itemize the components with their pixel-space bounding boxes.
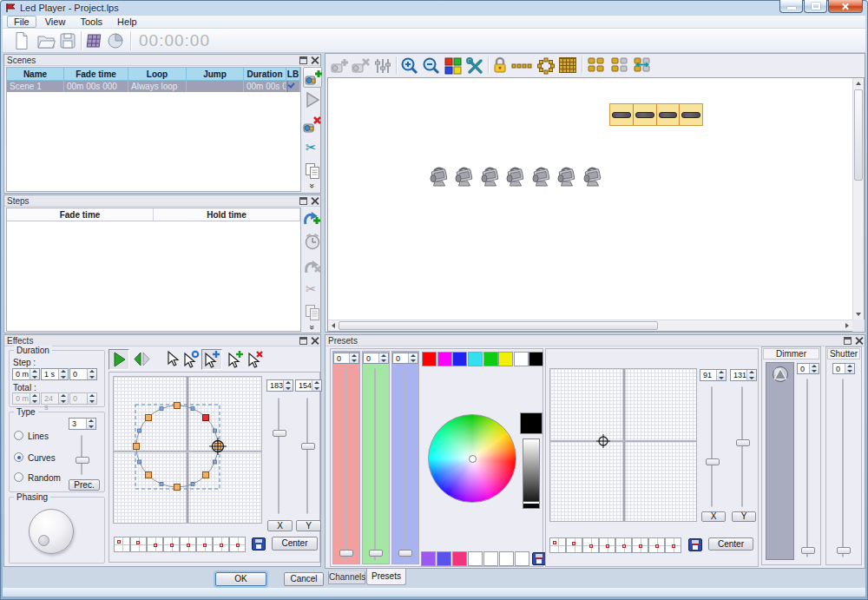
slider-thumb[interactable] [369,550,383,557]
radio-random[interactable] [14,472,23,482]
position-preset-button[interactable] [196,537,213,552]
position-preset-button[interactable] [130,537,147,552]
cut-scene-button[interactable]: ✂ [306,141,317,154]
moving-head-fixture[interactable] [555,164,578,188]
led-bar-fixture[interactable] [634,104,657,125]
copy-step-button[interactable] [305,304,320,325]
slider-thumb[interactable] [339,550,353,557]
precision-slider[interactable] [74,432,91,478]
red-slider[interactable] [337,366,356,564]
spinner-arrows-icon[interactable] [378,353,388,363]
position-preset-button[interactable] [147,537,163,552]
scroll-up-icon[interactable] [856,82,861,85]
pan-slider[interactable] [702,384,723,510]
pan-tilt-center-button[interactable]: Center [708,537,753,551]
select-tool-button[interactable] [163,350,181,373]
spinner-arrows-icon[interactable] [845,364,854,373]
lock-button[interactable] [492,56,508,78]
effect-x-button[interactable]: X [267,520,293,531]
save-color-icon[interactable] [532,552,546,565]
position-preset-button[interactable] [632,537,648,553]
brightness-bar[interactable] [523,438,540,509]
canvas-hscrollbar[interactable] [328,320,852,331]
pie-view-button[interactable] [107,32,124,53]
col-loop[interactable]: Loop [128,68,187,81]
col-duration[interactable]: Duration [244,68,286,81]
slider-thumb[interactable] [301,443,315,450]
effect-y-spinner[interactable]: 154 [295,379,322,392]
dimmer-value-spinner[interactable]: 0 [797,363,819,374]
precision-button[interactable]: Prec. [69,479,100,491]
settings-button[interactable] [465,56,484,79]
arrange-circle-button[interactable] [536,56,556,79]
add-scene-button[interactable] [303,67,322,88]
delete-step-button[interactable] [303,257,322,280]
effect-x-slider[interactable] [269,395,290,517]
palette-swatch[interactable] [529,352,543,366]
delete-point-tool-button[interactable] [246,350,265,373]
spinner-arrows-icon[interactable] [30,369,39,379]
spinner-arrows-icon[interactable] [283,380,293,391]
spinner-arrows-icon[interactable] [349,353,358,363]
palette-swatch[interactable] [468,352,483,366]
cancel-button[interactable]: Cancel [284,572,324,586]
more-tools-chevron-icon[interactable]: » [307,183,316,188]
effect-y-slider[interactable] [298,395,319,517]
col-lb[interactable]: LB [286,68,300,81]
palette-swatch[interactable] [452,352,467,366]
effect-x-spinner[interactable]: 183 [266,379,293,392]
maximize-button[interactable] [804,0,827,13]
ok-button[interactable]: OK [215,572,266,586]
blue-slider[interactable] [396,366,415,564]
scroll-down-icon[interactable] [856,313,861,316]
position-preset-button[interactable] [213,537,229,552]
menu-help[interactable]: Help [111,16,143,27]
shutter-slider[interactable] [832,376,855,560]
menu-view[interactable]: View [39,16,72,27]
led-bar-fixture[interactable] [610,104,634,125]
dimmer-track[interactable] [766,362,794,560]
matrix-view-button[interactable] [85,32,102,53]
shutter-value-spinner[interactable]: 0 [832,363,855,374]
close-panel-icon[interactable] [311,337,319,345]
pan-tilt-grid[interactable] [549,368,697,522]
tilt-value-spinner[interactable]: 131 [730,369,757,381]
zoom-in-button[interactable] [400,56,419,79]
slider-thumb[interactable] [801,547,815,554]
custom-swatch[interactable] [515,551,529,566]
scroll-right-icon[interactable] [845,323,849,328]
custom-swatch[interactable] [452,551,467,566]
new-project-button[interactable] [13,31,30,54]
step-minutes-spinner[interactable]: 0 m [12,368,40,380]
tab-presets[interactable]: Presets [366,569,406,585]
arrange-matrix-button[interactable] [559,57,576,73]
slider-thumb[interactable] [76,457,89,464]
swap-fixtures-button[interactable] [633,56,652,77]
red-value-spinner[interactable]: 0 [333,353,359,364]
tilt-slider[interactable] [733,384,753,510]
color-view-button[interactable] [444,56,463,79]
title-bar[interactable]: Led Player - Project.lps [0,0,868,16]
ungroup-fixtures-button[interactable] [610,56,629,77]
pan-value-spinner[interactable]: 91 [700,369,727,381]
moving-head-fixture[interactable] [503,164,527,188]
menu-tools[interactable]: Tools [74,16,108,27]
group-fixtures-button[interactable] [587,56,606,77]
effect-direction-button[interactable] [133,351,152,372]
float-panel-icon[interactable] [299,337,307,345]
position-preset-button[interactable] [599,537,615,553]
radio-curves[interactable] [14,452,23,462]
open-project-button[interactable] [36,32,56,53]
vscroll-thumb[interactable] [854,89,863,181]
palette-swatch[interactable] [498,352,513,366]
moving-head-fixture[interactable] [581,164,604,188]
float-panel-icon[interactable] [299,197,307,205]
canvas-vscrollbar[interactable] [852,78,864,320]
effect-y-button[interactable]: Y [296,520,321,531]
tab-channels[interactable]: Channels [328,571,365,584]
arrange-line-button[interactable] [511,56,534,79]
center-button[interactable]: Center [272,537,318,551]
spinner-arrows-icon[interactable] [809,364,819,373]
step-ms-spinner[interactable]: 0 [69,368,97,380]
hscroll-thumb[interactable] [339,321,658,330]
